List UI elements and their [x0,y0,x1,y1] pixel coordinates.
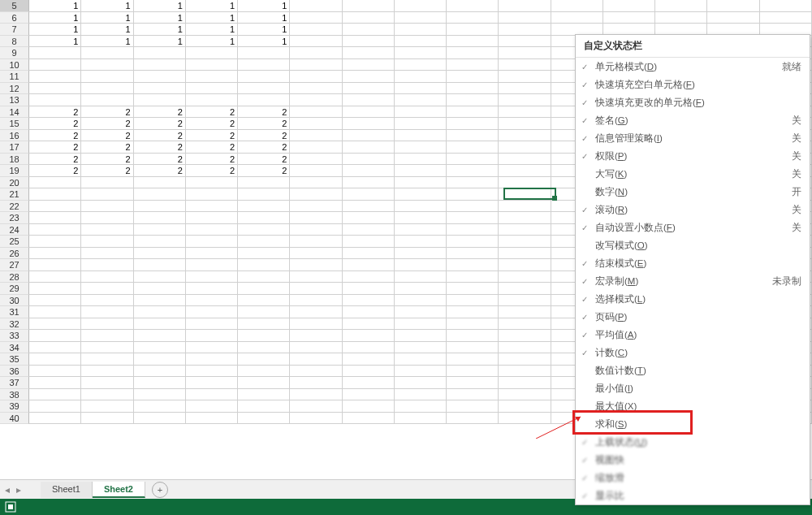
context-menu-item[interactable]: 求和(S) [576,415,810,433]
sheet-tab[interactable]: Sheet1 [41,482,93,498]
cell[interactable] [447,248,499,260]
cell[interactable] [290,248,342,260]
cell[interactable] [29,259,81,271]
cell[interactable] [343,0,395,12]
context-menu-item[interactable]: ✓缩放滑 [576,469,810,487]
cell[interactable] [343,12,395,24]
cell[interactable] [343,318,395,331]
cell[interactable] [134,177,186,189]
cell[interactable] [395,154,447,166]
row-header[interactable]: 15 [0,118,29,130]
cell[interactable] [81,177,133,189]
row-header[interactable]: 9 [0,47,29,59]
cell[interactable] [447,330,499,342]
cell[interactable] [29,224,81,236]
cell[interactable] [134,389,186,401]
cell[interactable]: 2 [238,106,290,119]
cell[interactable]: 1 [29,24,81,36]
cell[interactable] [29,212,81,224]
cell[interactable]: 1 [29,36,81,48]
cell[interactable] [447,306,499,318]
cell[interactable] [290,165,342,177]
cell[interactable] [603,0,655,12]
context-menu-item[interactable]: ✓选择模式(L) [576,290,810,308]
cell[interactable] [343,188,395,201]
cell[interactable]: 2 [81,118,133,130]
context-menu-item[interactable]: 最小值(I) [576,379,810,397]
cell[interactable] [290,12,342,24]
cell[interactable] [447,400,499,413]
cell[interactable] [395,12,447,24]
cell[interactable] [343,36,395,48]
cell[interactable] [447,212,499,224]
cell[interactable] [238,306,290,318]
cell[interactable]: 1 [134,36,186,48]
cell[interactable]: 1 [238,0,290,12]
context-menu-item[interactable]: ✓快速填充更改的单元格(F) [576,93,810,111]
cell[interactable] [343,295,395,307]
cell[interactable] [29,400,81,413]
cell[interactable] [395,141,447,154]
cell[interactable] [447,165,499,177]
cell[interactable] [29,271,81,283]
cell[interactable] [134,283,186,295]
cell[interactable] [134,224,186,236]
cell[interactable] [447,0,499,12]
cell[interactable] [81,318,133,331]
cell[interactable] [81,306,133,318]
cell[interactable]: 2 [134,141,186,154]
row-header[interactable]: 16 [0,130,29,142]
record-macro-icon[interactable] [5,501,16,513]
cell[interactable] [395,47,447,59]
context-menu-item[interactable]: ✓信息管理策略(I)关 [576,129,810,147]
cell[interactable] [81,259,133,271]
cell[interactable] [290,283,342,295]
cell[interactable] [238,212,290,224]
cell[interactable] [395,259,447,271]
cell[interactable] [238,224,290,236]
cell[interactable] [395,36,447,48]
cell[interactable] [186,177,238,189]
cell[interactable] [81,400,133,413]
tab-nav-next-icon[interactable]: ▸ [16,484,28,496]
cell[interactable] [499,212,551,224]
cell[interactable] [81,224,133,236]
cell[interactable] [343,400,395,413]
cell[interactable] [186,259,238,271]
cell[interactable] [238,259,290,271]
cell[interactable] [499,59,551,71]
cell[interactable] [447,118,499,130]
cell[interactable] [238,295,290,307]
cell[interactable]: 2 [186,130,238,142]
cell[interactable] [343,177,395,189]
row-header[interactable]: 20 [0,177,29,189]
cell[interactable]: 2 [186,141,238,154]
cell[interactable] [290,236,342,248]
context-menu-item[interactable]: ✓页码(P) [576,308,810,326]
cell[interactable] [290,295,342,307]
cell[interactable] [186,188,238,201]
cell[interactable] [499,165,551,177]
cell[interactable] [655,12,707,24]
context-menu-item[interactable]: 大写(K)关 [576,165,810,183]
row-header[interactable]: 10 [0,59,29,71]
cell[interactable] [81,71,133,83]
cell[interactable] [447,12,499,24]
cell[interactable] [186,400,238,413]
cell[interactable] [499,0,551,12]
cell[interactable] [29,94,81,106]
row-header[interactable]: 35 [0,353,29,366]
cell[interactable] [134,259,186,271]
cell[interactable] [447,318,499,331]
cell[interactable]: 2 [186,118,238,130]
cell[interactable] [395,212,447,224]
cell[interactable] [134,306,186,318]
row-header[interactable]: 27 [0,259,29,271]
cell[interactable] [447,201,499,213]
cell[interactable] [186,377,238,389]
cell[interactable] [343,24,395,36]
cell[interactable] [760,12,812,24]
tab-nav-prev-icon[interactable]: ◂ [5,484,16,496]
cell[interactable] [395,188,447,201]
cell[interactable] [290,130,342,142]
